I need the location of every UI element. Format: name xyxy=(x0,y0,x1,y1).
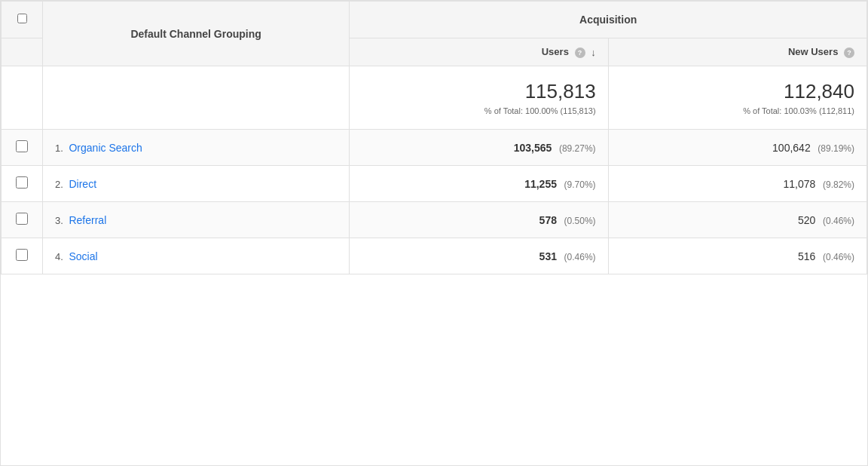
analytics-table: Default Channel Grouping Acquisition Use… xyxy=(0,0,868,466)
channel-link[interactable]: Referral xyxy=(69,214,106,226)
channel-link[interactable]: Organic Search xyxy=(69,142,142,154)
row-checkbox[interactable] xyxy=(16,140,28,152)
new-users-value: 516 xyxy=(798,250,815,262)
row-checkbox[interactable] xyxy=(16,213,28,225)
channel-link[interactable]: Social xyxy=(69,250,97,262)
select-all-checkbox-cell[interactable] xyxy=(2,2,43,38)
select-all-checkbox[interactable] xyxy=(17,14,27,23)
channel-name-cell: 1. Organic Search xyxy=(43,130,350,166)
header-row-top: Default Channel Grouping Acquisition xyxy=(2,2,867,38)
users-value: 578 xyxy=(539,214,557,226)
channel-name-cell: 3. Referral xyxy=(43,202,350,238)
new-users-pct: (89.19%) xyxy=(818,143,854,154)
channel-name-cell: 2. Direct xyxy=(43,166,350,202)
users-value: 11,255 xyxy=(524,178,557,190)
new-users-cell: 520 (0.46%) xyxy=(608,202,866,238)
row-checkbox[interactable] xyxy=(16,176,28,189)
totals-checkbox-cell xyxy=(2,66,43,130)
totals-new-users-cell: 112,840 % of Total: 100.03% (112,811) xyxy=(608,66,866,130)
row-checkbox-cell[interactable] xyxy=(2,166,43,202)
users-value: 531 xyxy=(539,250,557,262)
totals-new-users-sub: % of Total: 100.03% (112,811) xyxy=(621,106,854,115)
row-number: 4. xyxy=(55,251,66,262)
users-cell: 578 (0.50%) xyxy=(350,202,608,238)
users-help-icon[interactable]: ? xyxy=(575,48,585,58)
row-number: 2. xyxy=(55,179,66,190)
channel-name-cell: 4. Social xyxy=(43,238,350,274)
totals-channel-cell xyxy=(43,66,350,130)
table-row: 1. Organic Search 103,565 (89.27%) 100,6… xyxy=(2,130,867,166)
new-users-column-header[interactable]: New Users ? xyxy=(608,38,866,66)
new-users-pct: (9.82%) xyxy=(823,179,854,190)
users-pct: (0.46%) xyxy=(564,252,596,262)
new-users-pct: (0.46%) xyxy=(823,252,854,262)
new-users-value: 100,642 xyxy=(772,142,811,154)
users-pct: (9.70%) xyxy=(564,179,596,190)
acquisition-header: Acquisition xyxy=(350,2,867,38)
users-value: 103,565 xyxy=(514,142,552,154)
row-checkbox-cell[interactable] xyxy=(2,130,43,166)
table-row: 3. Referral 578 (0.50%) 520 (0.46%) xyxy=(2,202,867,238)
totals-users-sub: % of Total: 100.00% (115,813) xyxy=(362,106,595,115)
row-checkbox-cell[interactable] xyxy=(2,238,43,274)
users-cell: 103,565 (89.27%) xyxy=(350,130,608,166)
table-row: 2. Direct 11,255 (9.70%) 11,078 (9.82%) xyxy=(2,166,867,202)
new-users-help-icon[interactable]: ? xyxy=(844,48,854,58)
row-number: 3. xyxy=(55,215,66,226)
totals-new-users-value: 112,840 xyxy=(621,80,854,103)
users-sort-icon[interactable]: ↓ xyxy=(591,47,596,58)
totals-users-value: 115,813 xyxy=(362,80,595,103)
channel-grouping-header: Default Channel Grouping xyxy=(43,2,350,66)
users-pct: (89.27%) xyxy=(559,143,596,154)
totals-row: 115,813 % of Total: 100.00% (115,813) 11… xyxy=(2,66,867,130)
users-pct: (0.50%) xyxy=(564,216,596,226)
row-checkbox[interactable] xyxy=(16,249,28,261)
users-column-header[interactable]: Users ? ↓ xyxy=(350,38,608,66)
table-row: 4. Social 531 (0.46%) 516 (0.46%) xyxy=(2,238,867,274)
new-users-value: 520 xyxy=(798,214,815,226)
users-cell: 531 (0.46%) xyxy=(350,238,608,274)
row-checkbox-cell[interactable] xyxy=(2,202,43,238)
users-cell: 11,255 (9.70%) xyxy=(350,166,608,202)
new-users-cell: 516 (0.46%) xyxy=(608,238,866,274)
new-users-cell: 100,642 (89.19%) xyxy=(608,130,866,166)
row-number: 1. xyxy=(55,143,66,154)
new-users-value: 11,078 xyxy=(784,178,816,190)
new-users-pct: (0.46%) xyxy=(823,216,854,226)
checkbox-subheader xyxy=(2,38,43,66)
channel-link[interactable]: Direct xyxy=(69,178,96,190)
new-users-cell: 11,078 (9.82%) xyxy=(608,166,866,202)
totals-users-cell: 115,813 % of Total: 100.00% (115,813) xyxy=(350,66,608,130)
